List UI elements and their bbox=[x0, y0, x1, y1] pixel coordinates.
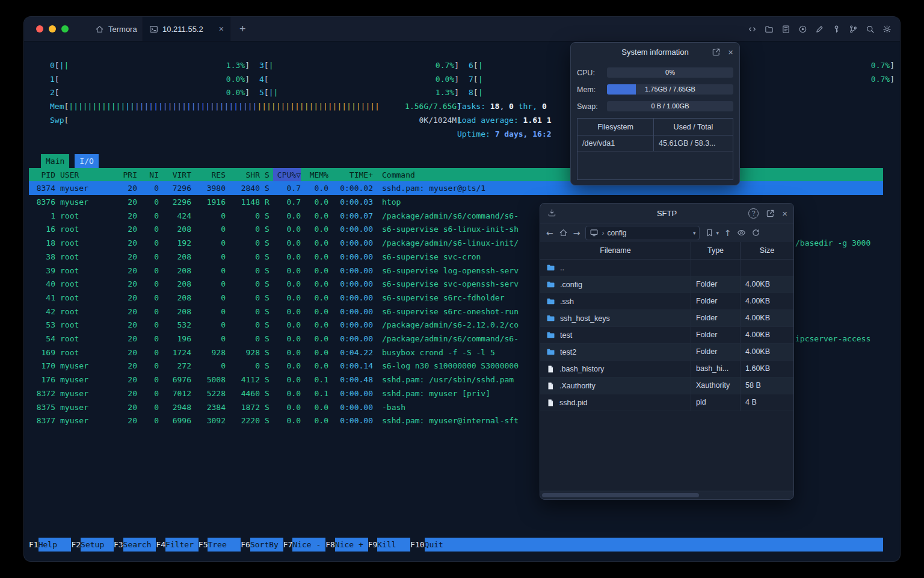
fkey-quit[interactable]: Quit bbox=[425, 538, 458, 552]
fs-column-used-total[interactable]: Used / Total bbox=[654, 119, 733, 135]
fkey-setup[interactable]: Setup bbox=[81, 538, 114, 552]
transfers-icon[interactable] bbox=[547, 208, 556, 217]
file-type: Folder bbox=[691, 344, 741, 360]
mem-label: Mem: bbox=[577, 85, 607, 94]
file-row-.Xauthority[interactable]: .XauthorityXauthority58 B bbox=[540, 378, 793, 394]
bookmark-chevron-icon[interactable]: ▾ bbox=[716, 230, 719, 236]
record-icon[interactable] bbox=[798, 25, 807, 34]
file-row-.config[interactable]: .configFolder4.00KB bbox=[540, 276, 793, 293]
edit-icon[interactable] bbox=[815, 25, 824, 34]
home-button[interactable] bbox=[559, 228, 568, 237]
column-header-virt[interactable]: VIRT bbox=[159, 168, 191, 182]
close-panel-icon[interactable]: × bbox=[782, 209, 787, 218]
column-header-res[interactable]: RES bbox=[191, 168, 226, 182]
column-header-time[interactable]: TIME+ bbox=[328, 168, 373, 182]
file-size: 4.00KB bbox=[741, 310, 793, 326]
fkey-sortby[interactable]: SortBy bbox=[250, 538, 283, 552]
minimize-button[interactable] bbox=[49, 25, 56, 33]
open-in-window-icon[interactable] bbox=[766, 209, 775, 218]
column-header-pri[interactable]: PRI bbox=[113, 168, 137, 182]
cpu-meter-4: 4[0.0%] bbox=[259, 72, 459, 86]
column-size[interactable]: Size bbox=[741, 242, 793, 259]
fs-column-filesystem[interactable]: Filesystem bbox=[578, 119, 654, 135]
swap-label: Swap: bbox=[577, 102, 607, 111]
path-breadcrumb[interactable]: › config ▾ bbox=[585, 226, 700, 240]
folder-icon bbox=[546, 314, 555, 323]
folder-icon bbox=[546, 263, 555, 272]
branch-icon[interactable] bbox=[849, 25, 858, 34]
column-header-s[interactable]: S bbox=[265, 168, 273, 182]
column-filename[interactable]: Filename bbox=[540, 242, 691, 259]
folder-icon[interactable] bbox=[765, 25, 774, 34]
file-row-..[interactable]: .. bbox=[540, 259, 793, 276]
forward-button[interactable]: → bbox=[573, 228, 581, 238]
bookmark-icon[interactable] bbox=[705, 228, 714, 237]
fkey-kill[interactable]: Kill bbox=[377, 538, 410, 552]
column-type[interactable]: Type bbox=[691, 242, 741, 259]
close-panel-icon[interactable]: × bbox=[728, 48, 733, 57]
fkey-search[interactable]: Search bbox=[123, 538, 156, 552]
fkey-number: F5 bbox=[199, 538, 208, 552]
tab-session[interactable]: 10.211.55.2 × bbox=[143, 17, 230, 41]
column-header-cpu[interactable]: CPU%▽ bbox=[273, 168, 301, 182]
panel-title: System information bbox=[621, 48, 688, 57]
root-icon[interactable] bbox=[590, 228, 599, 237]
file-name: test2 bbox=[560, 348, 576, 356]
column-header-pid[interactable]: PID bbox=[29, 168, 55, 182]
file-type: Folder bbox=[691, 276, 741, 293]
folder-icon bbox=[546, 331, 555, 340]
swap-meter: Swp[0K/1024M] bbox=[50, 113, 461, 127]
file-row-ssh_host_keys[interactable]: ssh_host_keysFolder4.00KB bbox=[540, 310, 793, 327]
fkey-number: F10 bbox=[410, 538, 424, 552]
file-row-.bash_history[interactable]: .bash_historybash_hi...1.60KB bbox=[540, 361, 793, 378]
column-header-shr[interactable]: SHR bbox=[226, 168, 260, 182]
command-overflow: /basedir -g 3000 bbox=[795, 236, 870, 250]
fkey-nice+[interactable]: Nice + bbox=[335, 538, 368, 552]
horizontal-scrollbar[interactable] bbox=[540, 491, 793, 499]
folder-icon bbox=[546, 280, 555, 289]
file-name: .. bbox=[560, 264, 564, 272]
file-row-.ssh[interactable]: .sshFolder4.00KB bbox=[540, 293, 793, 310]
column-header-user[interactable]: USER bbox=[60, 168, 113, 182]
load-average: Load average: 1.61 1 bbox=[457, 113, 552, 127]
refresh-button[interactable] bbox=[751, 228, 760, 237]
fkey-help[interactable]: Help bbox=[38, 538, 72, 552]
code-icon[interactable] bbox=[748, 25, 757, 34]
fkey-filter[interactable]: Filter bbox=[165, 538, 199, 552]
chevron-down-icon[interactable]: ▾ bbox=[693, 230, 696, 236]
process-row-8374[interactable]: 8374myuser200729639802840S0.70.00:00.02s… bbox=[29, 181, 883, 195]
column-header-ni[interactable]: NI bbox=[137, 168, 159, 182]
fkey-number: F3 bbox=[114, 538, 123, 552]
close-button[interactable] bbox=[36, 25, 43, 33]
file-row-test[interactable]: testFolder4.00KB bbox=[540, 327, 793, 344]
back-button[interactable]: ← bbox=[546, 228, 553, 238]
htop-tab-i/o[interactable]: I/O bbox=[75, 154, 98, 168]
log-icon[interactable] bbox=[781, 25, 790, 34]
file-size: 58 B bbox=[741, 378, 793, 394]
cpu-meter-0: 0[||1.3%] bbox=[50, 58, 250, 72]
cpu-usage-bar: 0% bbox=[607, 67, 733, 78]
zoom-button[interactable] bbox=[61, 25, 69, 33]
filesystem-row[interactable]: /dev/vda1 45.61GB / 58.3... bbox=[578, 135, 733, 152]
htop-tab-main[interactable]: Main bbox=[41, 154, 69, 168]
file-row-sshd.pid[interactable]: sshd.pidpid4 B bbox=[540, 394, 793, 411]
cpu-meter-1: 1[0.0%] bbox=[50, 72, 250, 86]
close-tab-icon[interactable]: × bbox=[219, 24, 224, 34]
file-size: 1.60KB bbox=[741, 361, 793, 377]
parent-directory-button[interactable]: ↑ bbox=[724, 228, 732, 238]
key-icon[interactable] bbox=[832, 25, 841, 34]
settings-icon[interactable] bbox=[882, 25, 892, 34]
fkey-tree[interactable]: Tree bbox=[208, 538, 241, 552]
search-icon[interactable] bbox=[866, 25, 875, 34]
file-row-test2[interactable]: test2Folder4.00KB bbox=[540, 344, 793, 361]
open-in-window-icon[interactable] bbox=[712, 48, 721, 57]
process-table-header: PIDUSERPRINIVIRTRESSHRSCPU%▽MEM%TIME+Com… bbox=[29, 168, 883, 182]
new-tab-button[interactable]: + bbox=[239, 17, 246, 41]
scrollbar-thumb[interactable] bbox=[542, 493, 699, 497]
show-hidden-icon[interactable] bbox=[737, 228, 746, 237]
fkey-nice-[interactable]: Nice - bbox=[292, 538, 325, 552]
help-icon[interactable]: ? bbox=[748, 208, 759, 219]
path-segment-config[interactable]: config bbox=[607, 229, 626, 237]
column-header-mem[interactable]: MEM% bbox=[301, 168, 328, 182]
tab-termora[interactable]: Termora bbox=[87, 17, 146, 41]
